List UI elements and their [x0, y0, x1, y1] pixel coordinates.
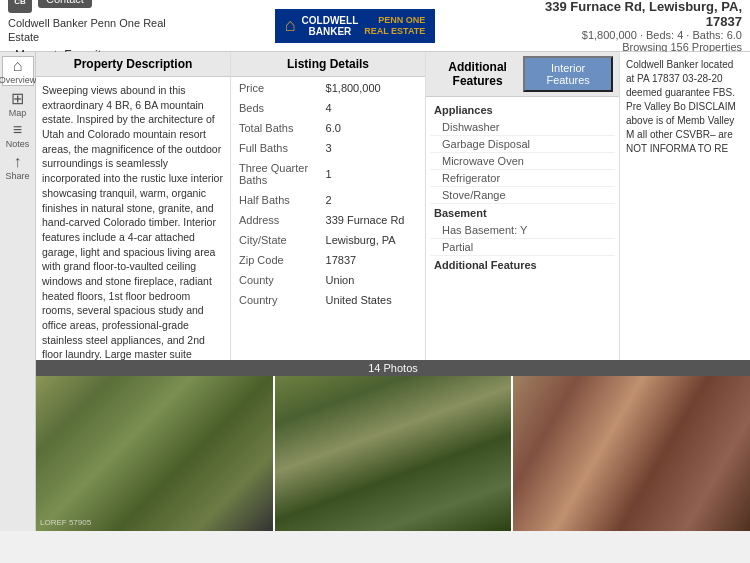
photo-1-placeholder — [36, 376, 273, 531]
photo-3[interactable] — [513, 376, 750, 531]
listing-table: Price$1,800,000Beds4Total Baths6.0Full B… — [231, 77, 425, 311]
contact-button[interactable]: Contact — [38, 0, 92, 8]
logo-text: COLDWELLBANKER — [302, 15, 359, 37]
feature-item: Partial — [430, 239, 615, 256]
listing-value: 17837 — [320, 251, 423, 269]
feature-category: Appliances — [430, 101, 615, 119]
listing-label: Full Baths — [233, 139, 318, 157]
listing-value: 1 — [320, 159, 423, 189]
photos-section: 14 Photos LOREF 57905 — [36, 360, 750, 531]
listing-row: Three Quarter Baths1 — [233, 159, 423, 189]
listing-label: Three Quarter Baths — [233, 159, 318, 189]
logo-coldwell: COLDWELLBANKER — [302, 15, 359, 37]
listing-label: Price — [233, 79, 318, 97]
listing-value: 3 — [320, 139, 423, 157]
photo-1-watermark: LOREF 57905 — [40, 518, 91, 527]
features-title: Additional Features — [432, 60, 523, 88]
main-content: ⌂ Overview ⊞ Map ≡ Notes ↑ Share Propert… — [0, 52, 750, 531]
interior-features-tab[interactable]: Interior Features — [523, 56, 613, 92]
listing-label: Country — [233, 291, 318, 309]
left-sidebar: ⌂ Overview ⊞ Map ≡ Notes ↑ Share — [0, 52, 36, 531]
listing-row: Total Baths6.0 — [233, 119, 423, 137]
sidebar-overview-label: Overview — [0, 75, 36, 85]
property-specs: $1,800,000 · Beds: 4 · Baths: 6.0 — [542, 29, 742, 41]
feature-item: Dishwasher — [430, 119, 615, 136]
header: CB Contact Coldwell Banker Penn One Real… — [0, 0, 750, 52]
content-area: Property Description Sweeping views abou… — [36, 52, 750, 531]
listing-value: 4 — [320, 99, 423, 117]
listing-row: Address339 Furnace Rd — [233, 211, 423, 229]
listing-row: CountyUnion — [233, 271, 423, 289]
sidebar-map-label: Map — [9, 108, 27, 118]
listing-row: Half Baths2 — [233, 191, 423, 209]
listing-value: 6.0 — [320, 119, 423, 137]
listing-value: Union — [320, 271, 423, 289]
feature-item: Garbage Disposal — [430, 136, 615, 153]
photo-3-placeholder — [513, 376, 750, 531]
listing-row: CountryUnited States — [233, 291, 423, 309]
notes-body: Coldwell Banker located at PA 17837 03-2… — [620, 52, 750, 162]
listing-label: Beds — [233, 99, 318, 117]
overview-icon: ⌂ — [13, 57, 23, 75]
panel-features: Additional Features Interior Features Ap… — [426, 52, 620, 360]
sidebar-item-share[interactable]: ↑ Share — [2, 152, 34, 182]
photos-strip: LOREF 57905 — [36, 376, 750, 531]
feature-item: Microwave Oven — [430, 153, 615, 170]
sidebar-share-label: Share — [5, 171, 29, 181]
panel-notes: Coldwell Banker located at PA 17837 03-2… — [620, 52, 750, 360]
listing-value: Lewisburg, PA — [320, 231, 423, 249]
description-title: Property Description — [36, 52, 230, 77]
feature-item: Refrigerator — [430, 170, 615, 187]
listing-value: 2 — [320, 191, 423, 209]
logo-pennone: PENN ONEREAL ESTATE — [364, 15, 425, 37]
photo-2[interactable] — [275, 376, 514, 531]
listing-label: Total Baths — [233, 119, 318, 137]
listing-value: United States — [320, 291, 423, 309]
share-icon: ↑ — [14, 153, 22, 171]
header-logo: ⌂ COLDWELLBANKER PENN ONEREAL ESTATE — [168, 9, 542, 43]
property-address: 339 Furnace Rd, Lewisburg, PA, 17837 — [542, 0, 742, 29]
listing-row: City/StateLewisburg, PA — [233, 231, 423, 249]
listing-row: Price$1,800,000 — [233, 79, 423, 97]
agency-name: Coldwell Banker Penn One Real Estate — [8, 17, 168, 43]
listing-value: 339 Furnace Rd — [320, 211, 423, 229]
agency-logo-small: CB — [8, 0, 32, 13]
sidebar-item-notes[interactable]: ≡ Notes — [2, 120, 34, 150]
listing-value: $1,800,000 — [320, 79, 423, 97]
logo-symbol: ⌂ — [285, 15, 296, 36]
listing-label: City/State — [233, 231, 318, 249]
feature-category: Additional Features — [430, 256, 615, 274]
feature-item: Stove/Range — [430, 187, 615, 204]
map-grid-icon: ⊞ — [11, 89, 24, 108]
notes-icon: ≡ — [13, 121, 22, 139]
listing-label: County — [233, 271, 318, 289]
listing-title: Listing Details — [231, 52, 425, 77]
listing-label: Address — [233, 211, 318, 229]
listing-row: Beds4 — [233, 99, 423, 117]
panel-description: Property Description Sweeping views abou… — [36, 52, 231, 360]
listing-label: Zip Code — [233, 251, 318, 269]
photos-bar: 14 Photos — [36, 360, 750, 376]
panel-listing: Listing Details Price$1,800,000Beds4Tota… — [231, 52, 426, 360]
browsing-count: Browsing 156 Properties — [542, 41, 742, 53]
logo-box: ⌂ COLDWELLBANKER PENN ONEREAL ESTATE — [275, 9, 436, 43]
feature-category: Basement — [430, 204, 615, 222]
photo-2-placeholder — [275, 376, 512, 531]
sidebar-notes-label: Notes — [6, 139, 30, 149]
features-list: AppliancesDishwasherGarbage DisposalMicr… — [426, 97, 619, 278]
sidebar-item-map[interactable]: ⊞ Map — [2, 88, 34, 118]
header-right: 339 Furnace Rd, Lewisburg, PA, 17837 $1,… — [542, 0, 742, 53]
photo-1[interactable]: LOREF 57905 — [36, 376, 275, 531]
listing-label: Half Baths — [233, 191, 318, 209]
sidebar-item-overview[interactable]: ⌂ Overview — [2, 56, 34, 86]
feature-item: Has Basement: Y — [430, 222, 615, 239]
description-body: Sweeping views abound in this extraordin… — [36, 77, 230, 360]
listing-row: Full Baths3 — [233, 139, 423, 157]
listing-row: Zip Code17837 — [233, 251, 423, 269]
panels-row: Property Description Sweeping views abou… — [36, 52, 750, 360]
